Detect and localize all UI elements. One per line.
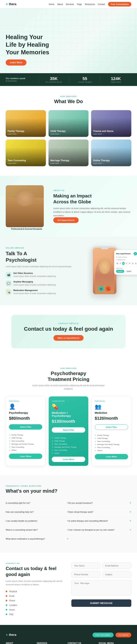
phone-input[interactable]	[71, 571, 101, 578]
plan3-icon: 👥	[95, 404, 128, 410]
nav-services[interactable]: Services	[66, 3, 74, 5]
faq-item-3[interactable]: Does virtual therapy work? +	[68, 508, 131, 516]
nav-contact[interactable]: Contact	[98, 3, 105, 5]
submit-button[interactable]: SUBMIT MESSAGE	[71, 600, 131, 607]
cancel-button[interactable]: Cancel	[125, 270, 133, 273]
message-textarea[interactable]	[71, 580, 131, 595]
talk-section: ONLINE SERVICE Talk To A Psychologist Lo…	[0, 237, 137, 305]
confirm-button[interactable]: Confirm	[116, 270, 124, 273]
services-title: What We Do	[6, 98, 131, 104]
pricing-label: OUR SERVICES	[6, 368, 131, 369]
service-family-therapy[interactable]: Family Therapy Learn More →	[6, 110, 46, 137]
faq-label: FREQUENTLY ASKED QUESTIONS	[6, 485, 131, 487]
day-f[interactable]: F	[129, 262, 131, 265]
hero-headline: Healing Your Life by Healing Your Memori…	[6, 33, 78, 56]
services-section: OUR SERVICES What We Do Family Therapy L…	[0, 86, 137, 176]
stat-patients: 124K Happy Patients	[100, 76, 131, 83]
day-picker: M T W T F S S	[116, 262, 137, 265]
service-teen-counseling[interactable]: Teen Counseling Learn More →	[6, 140, 46, 166]
message-field-group	[71, 580, 131, 596]
about-title: Making an Impact Across the Globe	[53, 193, 131, 205]
service-trauma[interactable]: Trauma and Abuse Learn More →	[91, 110, 131, 137]
medication-icon: 💊	[6, 289, 11, 295]
feature-messaging: 💬 Anytime Messaging Lorem ipsum dolor si…	[6, 280, 84, 286]
nav-resources[interactable]: Resources	[85, 3, 95, 5]
pricing-plan-medication: INDIVIDUAL 👥 Mediction $120/month Select…	[92, 396, 131, 466]
nav-page[interactable]: Page	[77, 3, 82, 5]
plan1-icon: 👤	[9, 404, 42, 410]
about-cta-button[interactable]: Get Appointment	[53, 217, 79, 223]
day-t2[interactable]: T	[125, 262, 128, 265]
about-therapist-image	[6, 185, 44, 227]
faq-chevron-7: +	[130, 528, 131, 532]
physical-dot	[6, 591, 7, 592]
phone-mockup: 📹 📞	[91, 246, 118, 296]
nav-home[interactable]: Home	[49, 3, 54, 5]
nav-about[interactable]: About	[57, 3, 63, 5]
day-s1[interactable]: S	[132, 262, 134, 265]
plan3-select-button[interactable]: Select Plan	[95, 424, 128, 430]
faq-item-5[interactable]: Is online therapy and counseling effecti…	[68, 516, 131, 526]
day-t1[interactable]: T	[119, 262, 122, 265]
footer-cta-buttons: Free Consultation Get Started	[93, 632, 131, 637]
plan1-select-button[interactable]: Select Plan	[9, 424, 42, 430]
contact-info-list: Physical Email Phone Location Hours FAQ	[6, 590, 66, 616]
feature-list: 📹 Get Video Sessions Lorem ipsum dolor s…	[6, 272, 84, 295]
appointment-card-title: New Appointment	[116, 253, 131, 255]
faq-item-6[interactable]: What is a counseling session like? +	[6, 526, 68, 534]
name-email-row	[71, 562, 131, 571]
faq-item-1[interactable]: Do you accept insurance? +	[68, 498, 131, 508]
faq-chevron-2: +	[67, 510, 68, 514]
footer-logo-plus: +	[6, 633, 8, 637]
contact-banner: CONTACT DETAILS Contact us today & feel …	[11, 315, 126, 348]
plan2-select-button[interactable]: Select Plan	[52, 427, 85, 433]
name-input[interactable]	[71, 562, 101, 569]
phone-mockup-container: 📹 📞 New Appointment + Dr. Sarah Johnson …	[89, 246, 131, 296]
day-w[interactable]: W	[122, 262, 125, 265]
footer-header: + thera Free Consultation Get Started	[6, 632, 131, 637]
faq-item-7[interactable]: Can I choose my therapist as per my own …	[68, 526, 131, 534]
plan3-features: Family Therapy Child Therapy Teen Counse…	[95, 434, 128, 452]
service-child-therapy[interactable]: Child Therapy Learn More →	[48, 110, 89, 137]
faq-item-8[interactable]: What about medication or psychotherapy? …	[6, 534, 68, 543]
faq-section: FREQUENTLY ASKED QUESTIONS What's on you…	[0, 476, 137, 553]
footer-started-button[interactable]: Get Started	[116, 632, 131, 637]
contact-banner-cta[interactable]: Make an Appointment	[53, 335, 84, 341]
faq-chevron-5: +	[130, 519, 131, 522]
faq-item-4[interactable]: I can usually handle my problems! +	[6, 516, 68, 526]
nav-cta-button[interactable]: Free Consultation	[108, 2, 131, 6]
faq-item-2[interactable]: How can counseling help me? +	[6, 508, 68, 516]
plan3-learn-button[interactable]: Learn More	[95, 454, 128, 459]
add-icon[interactable]: +	[134, 252, 137, 256]
contact-physical: Physical	[6, 590, 66, 592]
plan1-learn-button[interactable]: Learn More	[9, 454, 42, 459]
contact-form-title: Contact us today & feel good again	[6, 566, 66, 577]
service-marriage-therapy[interactable]: Marriage Therapy Learn More →	[48, 140, 89, 166]
footer-columns: ABOUT Family Therapy Child Therapy Onlin…	[6, 642, 131, 644]
hero-cta-button[interactable]: Learn More	[6, 60, 26, 66]
video-icon: 📹	[6, 272, 11, 278]
faq-item-0[interactable]: Is counseling right for me? +	[6, 498, 68, 508]
day-s2[interactable]: S	[135, 262, 137, 265]
subject-input[interactable]	[102, 571, 132, 578]
contact-banner-wrapper: CONTACT DETAILS Contact us today & feel …	[0, 305, 137, 358]
plan2-learn-button[interactable]: Learn More	[52, 457, 85, 462]
contact-form-left: CONTACT US Contact us today & feel good …	[6, 562, 66, 616]
contact-faq: FAQ	[6, 613, 66, 616]
footer-free-button[interactable]: Free Consultation	[93, 632, 114, 637]
services-label: OUR SERVICES	[6, 96, 131, 98]
pricing-plan-psychotherapy: INDIVIDUAL 👤 Psychotherapy $80/month Sel…	[6, 396, 45, 466]
day-m[interactable]: M	[116, 262, 119, 265]
hours-dot	[6, 609, 7, 610]
logo-text: thera	[9, 2, 16, 6]
appointment-date: 1 October 2023	[116, 259, 137, 260]
message-icon: 💬	[6, 280, 11, 286]
feature-medication: 💊 Medication Management Lorem ipsum dolo…	[6, 289, 84, 295]
plan2-icon: 💊	[52, 404, 85, 410]
service-online-therapy[interactable]: Online Therapy Learn More →	[91, 140, 131, 166]
about-content: ABOUT US Making an Impact Across the Glo…	[53, 190, 131, 223]
footer-logo-text: thera	[9, 633, 16, 636]
faq-chevron-6: +	[67, 528, 68, 532]
phone-field-group	[71, 571, 101, 578]
email-input[interactable]	[102, 562, 132, 569]
